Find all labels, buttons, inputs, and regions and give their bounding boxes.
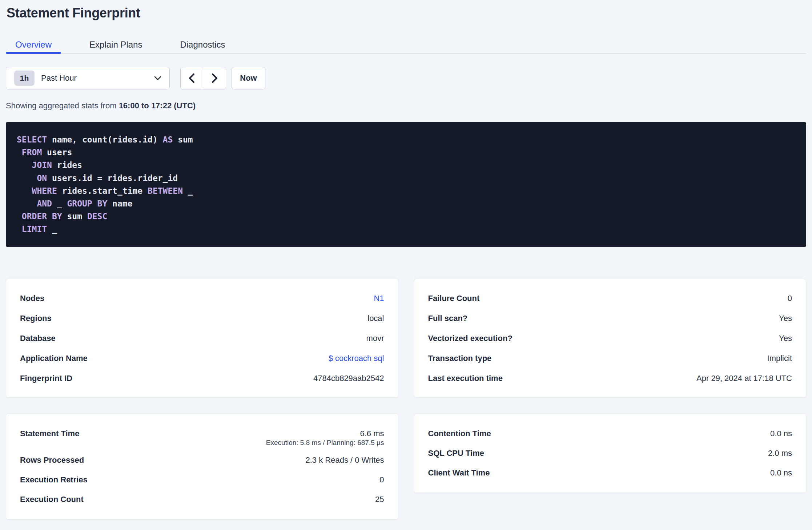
sql-line: WHERE rides.start_time BETWEEN _ (17, 185, 795, 197)
row-label: Full scan? (428, 314, 468, 323)
timing-panel-right: Contention Time0.0 nsSQL CPU Time2.0 msC… (414, 414, 807, 493)
sql-text: name (107, 199, 132, 208)
timing-panels-row: Statement Time6.6 msExecution: 5.8 ms / … (6, 414, 806, 519)
chevron-right-icon (210, 73, 219, 84)
statement-fingerprint-page: Statement Fingerprint OverviewExplain Pl… (0, 0, 812, 519)
row-label: Database (20, 334, 56, 343)
now-button[interactable]: Now (232, 67, 265, 89)
sql-text: rides.start_time (57, 186, 148, 196)
row-value: 0 (379, 475, 384, 485)
stats-line-prefix: Showing aggregated stats from (6, 101, 119, 110)
row-label: Contention Time (428, 429, 491, 438)
page-title: Statement Fingerprint (7, 5, 806, 21)
row-subvalue: Execution: 5.8 ms / Planning: 687.5 µs (20, 439, 384, 450)
tab-explain-plans[interactable]: Explain Plans (80, 36, 152, 53)
time-range-label: Past Hour (41, 73, 154, 83)
row-value: 0 (788, 294, 792, 303)
sql-keyword: ORDER BY (22, 212, 62, 221)
panel-row: Full scan?Yes (428, 308, 792, 328)
sql-text: users (42, 148, 72, 157)
sql-keyword: ON (37, 173, 47, 183)
aggregated-stats-line: Showing aggregated stats from 16:00 to 1… (6, 101, 806, 111)
sql-keyword: FROM (22, 148, 42, 157)
row-label: Rows Processed (20, 455, 84, 465)
row-value: 2.0 ms (768, 449, 792, 458)
row-value: 6.6 ms (360, 429, 384, 438)
sql-text: users.id = rides.rider_id (47, 173, 178, 183)
row-value: movr (366, 334, 384, 343)
sql-text: sum (62, 212, 87, 221)
tab-bar: OverviewExplain PlansDiagnostics (6, 36, 806, 54)
sql-keyword: WHERE (32, 186, 57, 196)
sql-line: JOIN rides (17, 159, 795, 172)
details-panel-right: Failure Count0Full scan?YesVectorized ex… (414, 279, 807, 398)
sql-line: SELECT name, count(rides.id) AS sum (17, 133, 795, 146)
sql-keyword: DESC (87, 212, 107, 221)
row-value: Apr 29, 2024 at 17:18 UTC (696, 374, 792, 383)
row-value: 0.0 ns (770, 429, 792, 438)
panel-row: Client Wait Time0.0 ns (428, 463, 792, 483)
sql-text: _ (52, 199, 67, 208)
sql-text (17, 199, 37, 208)
row-value: 0.0 ns (770, 468, 792, 478)
panel-row: Failure Count0 (428, 288, 792, 308)
next-time-button[interactable] (203, 67, 226, 89)
row-value: Yes (779, 334, 792, 343)
row-value: 25 (375, 495, 384, 504)
row-value: Yes (779, 314, 792, 323)
time-range-picker[interactable]: 1h Past Hour (6, 67, 170, 89)
panel-row: Regionslocal (20, 308, 384, 328)
sql-text: sum (173, 135, 193, 144)
row-label: Transaction type (428, 354, 492, 363)
chevron-left-icon (187, 73, 197, 84)
time-range-badge: 1h (14, 71, 35, 86)
panel-row: Contention Time0.0 ns (428, 424, 792, 443)
sql-text (17, 212, 22, 221)
panel-row: Rows Processed2.3 k Reads / 0 Writes (20, 450, 384, 470)
sql-keyword: AS (163, 135, 173, 144)
row-value-link[interactable]: $ cockroach sql (329, 354, 384, 363)
row-label: Statement Time (20, 429, 79, 438)
panel-row: Execution Retries0 (20, 470, 384, 490)
row-label: Nodes (20, 294, 44, 303)
panel-row: SQL CPU Time2.0 ms (428, 443, 792, 463)
row-value: 4784cb829aab2542 (313, 374, 384, 383)
timing-panel-left: Statement Time6.6 msExecution: 5.8 ms / … (6, 414, 398, 519)
tab-diagnostics[interactable]: Diagnostics (170, 36, 234, 53)
sql-text: _ (47, 224, 57, 234)
row-label: Fingerprint ID (20, 374, 72, 383)
prev-time-button[interactable] (181, 67, 203, 89)
sql-keyword: LIMIT (22, 224, 47, 234)
panel-row: Last execution timeApr 29, 2024 at 17:18… (428, 368, 792, 388)
panel-row: Execution Count25 (20, 490, 384, 509)
sql-text: _ (183, 186, 193, 196)
sql-keyword: SELECT (17, 135, 47, 144)
time-pager (180, 67, 226, 89)
time-toolbar: 1h Past Hour Now (6, 67, 806, 89)
row-label: Execution Retries (20, 475, 88, 485)
sql-text (17, 173, 37, 183)
tab-overview[interactable]: Overview (6, 36, 61, 53)
row-label: Regions (20, 314, 52, 323)
panel-row: Transaction typeImplicit (428, 348, 792, 368)
sql-keyword: AND (37, 199, 52, 208)
row-value-link[interactable]: N1 (374, 294, 384, 303)
row-label: Vectorized execution? (428, 334, 512, 343)
sql-text (17, 224, 22, 234)
sql-text (17, 160, 32, 170)
row-label: Execution Count (20, 495, 84, 504)
panel-row: Application Name$ cockroach sql (20, 348, 384, 368)
row-value: local (367, 314, 384, 323)
sql-keyword: BETWEEN (148, 186, 183, 196)
row-label: SQL CPU Time (428, 449, 484, 458)
stats-line-range: 16:00 to 17:22 (UTC) (119, 101, 196, 110)
sql-keyword: JOIN (32, 160, 52, 170)
row-value: 2.3 k Reads / 0 Writes (305, 455, 384, 465)
details-panels-row: NodesN1RegionslocalDatabasemovrApplicati… (6, 279, 806, 398)
panel-row: Vectorized execution?Yes (428, 328, 792, 348)
sql-line: AND _ GROUP BY name (17, 197, 795, 210)
sql-text (17, 148, 22, 157)
row-label: Client Wait Time (428, 468, 490, 478)
sql-text (17, 186, 32, 196)
sql-statement: SELECT name, count(rides.id) AS sum FROM… (6, 122, 806, 247)
